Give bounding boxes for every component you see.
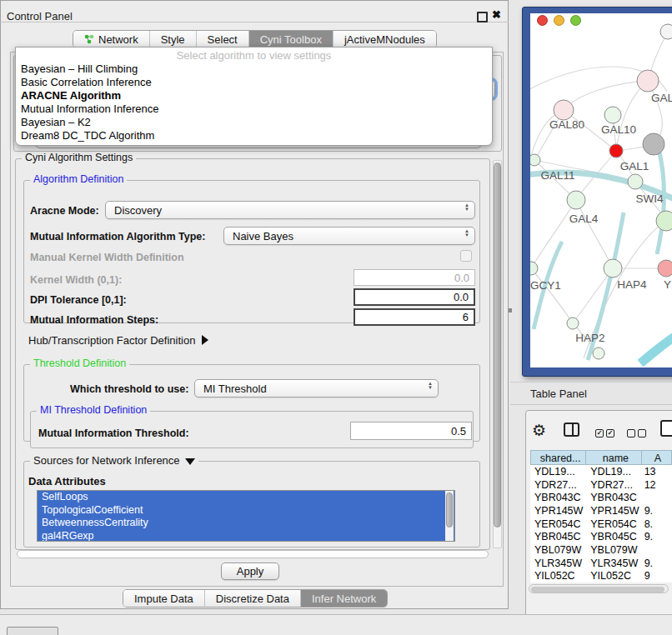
node-gal10[interactable] <box>604 107 621 123</box>
table-panel-title: Table Panel <box>530 388 587 400</box>
kernel-width-field[interactable]: 0.0 <box>354 269 475 286</box>
mi-threshold-field[interactable]: 0.5 <box>350 422 472 440</box>
node-gal80[interactable] <box>554 100 574 120</box>
deselect-all-icon[interactable] <box>627 425 649 440</box>
node-label: GAL <box>651 92 672 104</box>
node[interactable] <box>660 24 672 39</box>
attribute-item[interactable]: TopologicalCoefficient <box>38 504 454 518</box>
table-row[interactable]: YER054CYER054C8. <box>530 518 672 531</box>
unchecked-box-icon <box>638 429 646 438</box>
attribute-item[interactable]: SelfLoops <box>38 491 454 504</box>
bottom-left-widget[interactable] <box>7 627 58 635</box>
tab-cyni-toolbox[interactable]: Cyni Toolbox <box>248 31 333 48</box>
manual-kernel-label: Manual Kernel Width Definition <box>30 252 184 263</box>
table-cell: 12 <box>642 479 672 491</box>
algorithm-option[interactable]: Bayesian – Hill Climbing <box>16 62 492 76</box>
tab-label: jActiveMNodules <box>344 33 425 46</box>
table-cell: YBR043C <box>530 492 586 503</box>
table-horizontal-scrollbar[interactable] <box>529 584 669 593</box>
algorithm-option[interactable]: Mutual Information Inference <box>16 102 492 116</box>
checked-box-icon: ✓ <box>606 429 614 438</box>
mi-type-label: Mutual Information Algorithm Type: <box>30 231 205 242</box>
table-icon[interactable] <box>660 420 672 437</box>
table-row[interactable]: YBR045CYBR045C9. <box>530 530 672 543</box>
node[interactable] <box>609 144 623 158</box>
gear-icon[interactable]: ⚙ <box>532 421 546 440</box>
tab-label: Impute Data <box>134 592 193 605</box>
combo-arrows-icon: ▲▼ <box>464 229 469 238</box>
table-cell: YBR045C <box>530 531 586 542</box>
table-scrollbar-thumb[interactable] <box>531 587 664 592</box>
settings-horizontal-scrollbar[interactable] <box>17 550 489 558</box>
node-gal11[interactable] <box>530 154 540 166</box>
popup-hint: Select algorithm to view settings <box>16 48 492 62</box>
node-gal4[interactable] <box>567 191 585 209</box>
node-label: HAP2 <box>575 332 604 344</box>
settings-group-title: Cyni Algorithm Settings <box>22 152 136 163</box>
tab-label: Network <box>98 33 138 46</box>
aracne-mode-value: Discovery <box>114 204 162 217</box>
attributes-scrollbar-thumb[interactable] <box>446 492 453 528</box>
sources-group-title[interactable]: Sources for Network Inference <box>30 454 198 467</box>
attribute-item[interactable]: gal4RGexp <box>38 530 454 542</box>
tab-impute-data[interactable]: Impute Data <box>123 590 204 607</box>
node-label: Y <box>664 278 671 291</box>
close-button[interactable] <box>537 15 548 26</box>
node-label: GAL80 <box>549 118 584 131</box>
aracne-mode-combo[interactable]: Discovery ▲▼ <box>105 201 475 219</box>
settings-scrollbar-thumb[interactable] <box>494 162 501 528</box>
kernel-width-label: Kernel Width (0,1): <box>30 274 122 286</box>
table-row[interactable]: YLR345WYLR345W9. <box>530 557 672 570</box>
algorithm-option[interactable]: Dream8 DC_TDC Algorithm <box>16 129 492 142</box>
algorithm-option[interactable]: ARACNE Algorithm <box>16 89 492 102</box>
node-hap4[interactable] <box>604 259 622 278</box>
node-label: GAL10 <box>601 123 636 136</box>
tab-infer-network[interactable]: Infer Network <box>300 590 387 607</box>
which-threshold-combo[interactable]: MI Threshold ▲▼ <box>194 379 439 398</box>
table-row[interactable]: YBR043CYBR043C <box>530 491 672 504</box>
table-row[interactable]: YPR145WYPR145W9. <box>530 504 672 518</box>
dpi-tolerance-field[interactable]: 0.0 <box>354 288 475 306</box>
combo-arrows-icon: ▲▼ <box>464 203 469 212</box>
node[interactable] <box>643 133 664 155</box>
node-swi4[interactable] <box>656 211 672 231</box>
tab-style[interactable]: Style <box>149 31 196 48</box>
node-y[interactable] <box>658 260 672 277</box>
table-row[interactable]: YDR27...YDR27...12 <box>530 478 672 492</box>
node-hap2[interactable] <box>567 318 579 329</box>
tab-network[interactable]: Network <box>73 31 149 48</box>
network-canvas[interactable]: GALGAL80GAL10GAL1GAL11SWI4GAL4GCY1HAP4YH… <box>530 13 672 368</box>
mi-type-combo[interactable]: Naive Bayes ▲▼ <box>223 227 475 245</box>
attribute-item[interactable]: BetweennessCentrality <box>38 517 454 530</box>
column-header[interactable]: shared... <box>530 450 586 465</box>
split-columns-icon[interactable] <box>564 422 579 437</box>
tab-select[interactable]: Select <box>196 31 248 48</box>
minimize-button[interactable] <box>554 15 564 26</box>
node-gcy1[interactable] <box>530 262 538 275</box>
node-gal[interactable] <box>637 70 659 92</box>
manual-kernel-checkbox[interactable] <box>460 250 472 262</box>
table-row[interactable]: YIL052CYIL052C9 <box>530 570 672 583</box>
node-gal1[interactable] <box>628 174 643 189</box>
tab-discretize-data[interactable]: Discretize Data <box>204 590 300 607</box>
mi-steps-field[interactable]: 6 <box>354 308 475 326</box>
control-panel-titlebar <box>0 0 509 22</box>
hub-definition-toggle[interactable]: Hub/Transcription Factor Definition <box>28 334 208 347</box>
zoom-button[interactable] <box>570 15 581 26</box>
node[interactable] <box>593 348 604 359</box>
table-row[interactable]: YDL19...YDL19...13 <box>530 465 672 478</box>
split-pane-handle[interactable] <box>509 308 512 312</box>
float-window-icon[interactable] <box>477 12 488 22</box>
column-header[interactable]: A <box>642 450 672 465</box>
data-attributes-list[interactable]: SelfLoopsTopologicalCoefficientBetweenne… <box>37 490 455 542</box>
close-icon[interactable]: ✖ <box>492 8 501 21</box>
table-cell: YBR045C <box>586 531 641 542</box>
select-all-icon[interactable]: ✓✓ <box>595 425 617 440</box>
apply-button[interactable]: Apply <box>221 562 279 580</box>
table-row[interactable]: YBL079WYBL079W <box>530 543 672 557</box>
tab-jactivemnodules[interactable]: jActiveMNodules <box>333 31 436 48</box>
column-header[interactable]: name <box>586 450 641 465</box>
sources-title-text: Sources for Network Inference <box>33 454 180 467</box>
algorithm-option[interactable]: Basic Correlation Inference <box>16 76 492 89</box>
algorithm-option[interactable]: Bayesian – K2 <box>16 116 492 129</box>
